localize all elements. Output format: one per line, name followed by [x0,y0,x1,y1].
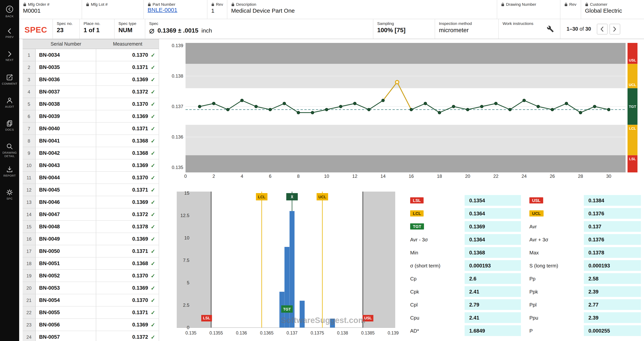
measurement-row[interactable]: 3BN-00360.1369✓ [22,73,159,86]
measurement-row[interactable]: 15BN-00480.1378✓ [22,221,159,233]
measurement-cell: 0.1368✓ [96,258,159,270]
run-chart-point[interactable] [466,108,469,111]
spc-run-chart: 0.1390.1380.1370.1360.135024681012141618… [162,39,644,187]
measurement-cell: 0.1371✓ [96,61,159,73]
sidebar-item-spc[interactable]: SPC [0,186,19,209]
run-chart-point[interactable] [494,102,498,105]
run-chart-point[interactable] [607,108,610,111]
row-index: 24 [22,331,36,341]
part-number-link[interactable]: BNLE-0001 [148,6,177,13]
measurement-row[interactable]: 16BN-00490.1369✓ [22,233,159,245]
run-chart-point[interactable] [226,108,229,111]
measurement-row[interactable]: 7BN-00400.1371✓ [22,123,159,135]
run-chart-point-violation[interactable] [396,80,399,84]
run-chart-point[interactable] [354,102,356,105]
run-chart-point[interactable] [269,108,272,111]
stats-row: LCL0.1364UCL0.1376 [406,207,642,220]
stat-label: Ppk [526,289,584,295]
run-chart-point[interactable] [240,99,244,102]
measurement-row[interactable]: 12BN-00450.1371✓ [22,184,159,196]
run-chart-point[interactable] [438,111,441,114]
run-chart-point[interactable] [368,108,370,111]
stat-badge-tgt: TGT [410,223,424,230]
measurement-row[interactable]: 23BN-00560.1369✓ [22,319,159,331]
serial-number-cell: BN-0048 [36,221,96,233]
measurement-row[interactable]: 14BN-00470.1372✓ [22,208,159,221]
measurement-value: 0.1368 [132,261,148,266]
lsl-flag-label: LSL [203,316,210,320]
page-next-button[interactable] [610,23,620,34]
measurement-row[interactable]: 11BN-00440.1370✓ [22,172,159,184]
measurement-value: 0.1371 [132,310,148,315]
measurement-row[interactable]: 17BN-00500.1371✓ [22,245,159,258]
measurement-row[interactable]: 6BN-00390.1369✓ [22,110,159,123]
x-axis-tick-label: 14 [380,174,386,179]
run-chart-point[interactable] [480,105,483,108]
work-instructions-button[interactable] [547,25,554,32]
spec-bar: SPEC Spec no. 23 Place no. 1 of 1 Spec t… [19,19,644,39]
sidebar-item-next[interactable]: NEXT [0,48,19,71]
inspection-method-field: Inspection method micrometer [435,19,499,39]
measurement-row[interactable]: 24BN-00570.1372✓ [22,331,159,341]
sidebar-item-prev[interactable]: PREV [0,25,19,48]
sidebar-item-report[interactable]: REPORT [0,163,19,186]
measurement-row[interactable]: 22BN-00550.1371✓ [22,307,159,319]
run-chart-point[interactable] [283,102,286,105]
sidebar-item-docs[interactable]: DOCS [0,117,19,140]
run-chart-point[interactable] [382,99,384,102]
sidebar-item-drawing-detail[interactable]: DRAWING DETAIL [0,140,19,163]
measurement-row[interactable]: 1BN-00340.1370✓ [22,49,159,61]
header-field-label: Description [231,2,493,6]
run-chart-point[interactable] [311,111,314,114]
pagination-text: 1–30 of 30 [566,26,591,32]
measurement-row[interactable]: 4BN-00370.1372✓ [22,86,159,98]
sidebar-item-audit[interactable]: AUDIT [0,94,19,117]
measurement-row[interactable]: 2BN-00350.1371✓ [22,61,159,73]
back-circle-icon [5,5,14,13]
page-prev-button[interactable] [597,23,608,34]
measurement-row[interactable]: 10BN-00430.1369✓ [22,159,159,172]
row-index: 10 [22,159,36,172]
run-chart-point[interactable] [537,105,540,108]
run-chart-point[interactable] [325,108,328,111]
run-chart-point[interactable] [198,105,201,108]
serial-number-cell: BN-0044 [36,172,96,184]
measurement-row[interactable]: 13BN-00460.1369✓ [22,196,159,208]
run-chart-point[interactable] [508,108,511,111]
run-chart-point[interactable] [254,105,258,108]
run-chart-point[interactable] [523,99,526,102]
serial-number-cell: BN-0055 [36,307,96,319]
measurement-cell: 0.1371✓ [96,184,159,196]
measurement-value: 0.1371 [132,187,148,193]
run-chart-point[interactable] [579,111,582,114]
sidebar-item-back[interactable]: BACK [0,2,19,25]
measurement-row[interactable]: 18BN-00510.1368✓ [22,258,159,270]
stat-label: σ (short term) [406,263,464,268]
run-chart-point[interactable] [452,105,455,108]
row-index: 20 [22,282,36,294]
run-chart-point[interactable] [551,108,554,111]
measurement-cell: 0.1369✓ [96,110,159,123]
statistics-panel: LSL0.1354USL0.1384LCL0.1364UCL0.1376TGT0… [406,194,642,337]
sidebar-item-comment[interactable]: COMMENT [0,71,19,94]
measurement-value: 0.1372 [132,212,148,217]
stats-row: σ (short term)0.000193S (long term)0.000… [406,259,642,272]
stat-value: 1.6849 [464,325,521,336]
measurement-row[interactable]: 9BN-00420.1368✓ [22,147,159,159]
measurement-cell: 0.1372✓ [96,208,159,221]
measurement-row[interactable]: 19BN-00520.1370✓ [22,270,159,282]
run-chart-point[interactable] [297,111,300,114]
run-chart-point[interactable] [339,105,342,108]
measurement-row[interactable]: 21BN-00540.1370✓ [22,294,159,307]
run-chart-point[interactable] [410,108,413,111]
run-chart-point[interactable] [424,102,427,105]
measurement-row[interactable]: 8BN-00410.1368✓ [22,135,159,147]
index-column-header [22,39,36,49]
run-chart-point[interactable] [593,105,596,108]
person-icon [6,97,13,104]
measurement-row[interactable]: 5BN-00380.1370✓ [22,98,159,110]
run-chart-point[interactable] [565,102,568,105]
measurement-value: 0.1370 [132,297,148,303]
run-chart-point[interactable] [212,102,215,105]
measurement-row[interactable]: 20BN-00530.1369✓ [22,282,159,294]
